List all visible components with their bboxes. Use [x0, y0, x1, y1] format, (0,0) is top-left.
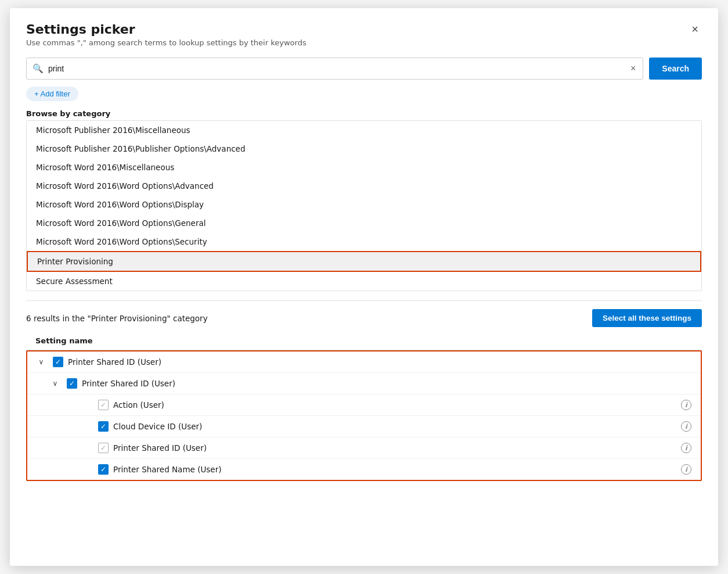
info-icon[interactable]: i	[681, 400, 691, 410]
checkbox[interactable]	[98, 464, 109, 475]
checkbox[interactable]	[98, 421, 109, 432]
search-icon: 🔍	[33, 63, 44, 74]
browse-item-item-4[interactable]: Microsoft Word 2016\Word Options\Advance…	[27, 177, 701, 195]
setting-name: Action (User)	[113, 400, 676, 410]
info-icon[interactable]: i	[681, 464, 691, 475]
search-input[interactable]	[48, 64, 629, 73]
add-filter-button[interactable]: + Add filter	[26, 87, 78, 101]
info-icon[interactable]: i	[681, 421, 691, 432]
setting-name: Printer Shared ID (User)	[82, 379, 691, 388]
results-header: 6 results in the "Printer Provisioning" …	[26, 309, 702, 327]
clear-search-button[interactable]: ×	[629, 63, 637, 74]
chevron-icon[interactable]: ∨	[51, 379, 60, 388]
settings-column-header: Setting name	[26, 332, 702, 350]
dialog-title-area: Settings picker Use commas "," among sea…	[26, 22, 307, 47]
browse-item-item-9[interactable]: Secure Assessment	[27, 272, 701, 290]
info-icon[interactable]: i	[681, 443, 691, 453]
checkbox[interactable]	[67, 378, 77, 389]
add-filter-area: + Add filter	[26, 87, 702, 109]
browse-section: Microsoft Publisher 2016\MiscellaneousMi…	[26, 120, 702, 291]
close-button[interactable]: ×	[688, 22, 702, 36]
search-button[interactable]: Search	[649, 58, 702, 80]
browse-item-item-7[interactable]: Microsoft Word 2016\Word Options\Securit…	[27, 232, 701, 251]
browse-item-item-3[interactable]: Microsoft Word 2016\Miscellaneous	[27, 158, 701, 177]
setting-name: Cloud Device ID (User)	[113, 422, 676, 431]
dialog-header: Settings picker Use commas "," among sea…	[26, 22, 702, 47]
browse-list[interactable]: Microsoft Publisher 2016\MiscellaneousMi…	[27, 121, 701, 290]
browse-item-item-6[interactable]: Microsoft Word 2016\Word Options\General	[27, 214, 701, 232]
setting-name: Printer Shared Name (User)	[113, 465, 676, 474]
setting-name: Printer Shared ID (User)	[113, 443, 676, 453]
dialog-subtitle: Use commas "," among search terms to loo…	[26, 38, 307, 47]
settings-table: ∨Printer Shared ID (User)∨Printer Shared…	[26, 350, 702, 481]
results-label: 6 results in the "Printer Provisioning" …	[26, 314, 208, 323]
browse-item-item-8[interactable]: Printer Provisioning	[27, 251, 701, 272]
setting-row-row-5: Printer Shared ID (User)i	[27, 437, 701, 459]
dialog-title: Settings picker	[26, 22, 307, 37]
setting-row-row-4: Cloud Device ID (User)i	[27, 416, 701, 437]
checkbox[interactable]	[98, 443, 109, 453]
setting-row-row-2: ∨Printer Shared ID (User)	[27, 373, 701, 394]
browse-section-label: Browse by category	[26, 109, 702, 118]
browse-item-item-1[interactable]: Microsoft Publisher 2016\Miscellaneous	[27, 121, 701, 139]
setting-row-row-6: Printer Shared Name (User)i	[27, 459, 701, 480]
setting-row-row-1: ∨Printer Shared ID (User)	[27, 351, 701, 373]
browse-item-item-2[interactable]: Microsoft Publisher 2016\Publisher Optio…	[27, 139, 701, 158]
checkbox[interactable]	[98, 400, 109, 410]
setting-name: Printer Shared ID (User)	[68, 357, 691, 367]
browse-item-item-5[interactable]: Microsoft Word 2016\Word Options\Display	[27, 195, 701, 214]
setting-row-row-3: Action (User)i	[27, 394, 701, 416]
select-all-button[interactable]: Select all these settings	[592, 309, 702, 327]
search-row: 🔍 × Search	[26, 58, 702, 80]
checkbox[interactable]	[53, 357, 63, 367]
settings-picker-dialog: Settings picker Use commas "," among sea…	[10, 8, 718, 566]
search-box: 🔍 ×	[26, 58, 643, 80]
chevron-icon[interactable]: ∨	[37, 358, 46, 366]
divider	[26, 300, 702, 301]
